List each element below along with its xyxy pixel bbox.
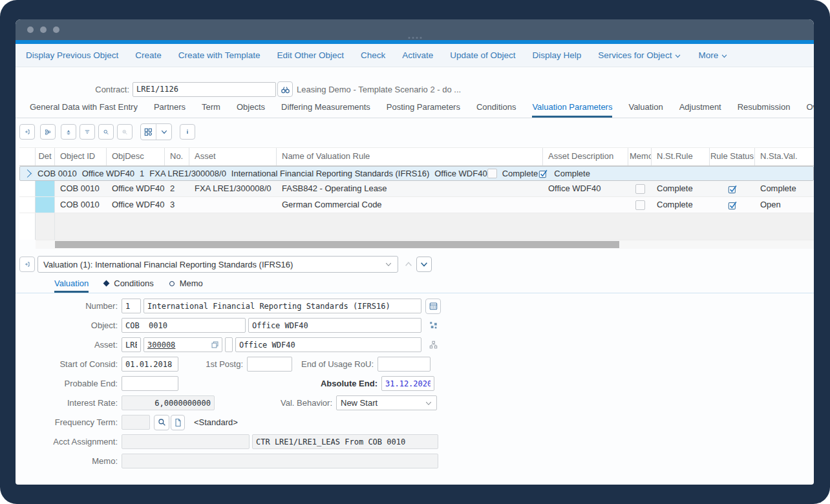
cell-nsta-val[interactable]: Complete	[755, 181, 814, 196]
cell-nst-rule[interactable]: Complete	[497, 166, 538, 181]
horizontal-scrollbar[interactable]	[36, 240, 814, 249]
col-objdesc[interactable]: ObjDesc	[107, 148, 165, 165]
tab-posting-parameters[interactable]: Posting Parameters	[387, 102, 460, 118]
menu-display-help[interactable]: Display Help	[533, 50, 582, 60]
number-input[interactable]	[122, 299, 141, 313]
menu-edit-other-object[interactable]: Edit Other Object	[277, 50, 344, 60]
cell-asset[interactable]: FXA LRE1/300008/0	[189, 181, 277, 196]
val-behavior-select[interactable]: New Start	[336, 395, 437, 410]
asset-number-link[interactable]: 300008	[147, 341, 211, 350]
tab-valuation[interactable]: Valuation	[628, 102, 663, 118]
interest-rate-input[interactable]	[122, 395, 215, 410]
sort-button[interactable]	[61, 124, 76, 140]
menu-check[interactable]: Check	[361, 50, 385, 60]
row-marker-cell[interactable]	[19, 181, 36, 196]
cell-object-id[interactable]: COB 0010	[32, 166, 77, 181]
memo-checkbox[interactable]	[635, 184, 645, 194]
cell-object-id[interactable]: COB 0010	[55, 197, 107, 213]
absolute-end-input[interactable]	[381, 376, 434, 391]
hierarchy-view-button[interactable]	[40, 124, 56, 140]
col-no[interactable]: No.	[165, 148, 189, 165]
tab-term[interactable]: Term	[202, 102, 220, 118]
subtab-valuation[interactable]: Valuation	[54, 278, 89, 293]
cell-nsta-val[interactable]: Open	[755, 197, 814, 213]
memo-checkbox[interactable]	[487, 169, 497, 178]
subtab-conditions[interactable]: Conditions	[104, 278, 153, 293]
cell-rule-name[interactable]: German Commercial Code	[277, 197, 543, 213]
contract-input[interactable]	[133, 82, 276, 97]
cell-objdesc[interactable]: Office WDF40	[107, 197, 165, 213]
col-asset-description[interactable]: Asset Description	[543, 148, 628, 165]
row-marker-cell[interactable]	[19, 197, 36, 213]
asset-prefix-input[interactable]	[122, 337, 141, 352]
search-button[interactable]	[98, 124, 114, 140]
col-asset[interactable]: Asset	[189, 148, 277, 165]
tab-objects[interactable]: Objects	[237, 102, 265, 118]
object-description-input[interactable]	[248, 318, 421, 333]
cell-asset-description[interactable]	[543, 197, 628, 213]
asset-description-input[interactable]	[235, 337, 421, 352]
window-dot-icon[interactable]	[53, 26, 59, 33]
col-object-id[interactable]: Object ID	[55, 148, 107, 165]
previous-valuation-button[interactable]	[402, 260, 415, 269]
cell-no[interactable]: 3	[165, 197, 189, 213]
scrollbar-thumb[interactable]	[55, 241, 619, 248]
tab-partners[interactable]: Partners	[154, 102, 186, 118]
frequency-copy-button[interactable]	[171, 415, 185, 430]
cell-asset[interactable]	[189, 197, 277, 213]
cell-no[interactable]: 2	[165, 181, 189, 196]
cell-asset-description[interactable]: Office WDF40	[543, 181, 628, 196]
cell-nsta-val[interactable]: Complete	[549, 166, 590, 181]
col-det[interactable]: Det	[36, 148, 55, 165]
object-input[interactable]	[122, 318, 246, 333]
col-nst-rule[interactable]: N.St.Rule	[652, 148, 710, 165]
search-next-button[interactable]	[117, 124, 133, 140]
memo-input[interactable]	[122, 454, 438, 468]
cell-nst-rule[interactable]: Complete	[652, 181, 710, 196]
calendar-button[interactable]	[425, 299, 441, 314]
probable-end-input[interactable]	[122, 376, 178, 391]
cell-asset-description[interactable]: Office WDF40	[429, 166, 487, 181]
cell-asset[interactable]: FXA LRE1/300008/0	[144, 166, 226, 181]
tab-valuation-parameters[interactable]: Valuation Parameters	[532, 102, 612, 118]
tab-conditions[interactable]: Conditions	[476, 102, 516, 118]
cell-rule-name[interactable]: International Financial Reporting Standa…	[226, 166, 429, 181]
checked-checkbox-icon[interactable]	[727, 200, 738, 211]
frequency-term-input[interactable]	[122, 415, 150, 430]
table-row[interactable]: COB 0010 Office WDF40 3 German Commercia…	[19, 197, 814, 213]
acct-assignment-derived-input[interactable]	[252, 434, 438, 449]
col-nsta-val[interactable]: N.Sta.Val.	[755, 148, 814, 165]
next-valuation-button[interactable]	[416, 257, 432, 272]
first-postg-input[interactable]	[247, 357, 292, 372]
tab-general-data[interactable]: General Data with Fast Entry	[30, 102, 138, 118]
cell-nst-rule[interactable]: Complete	[652, 197, 710, 213]
cell-objdesc[interactable]: Office WDF40	[77, 166, 134, 181]
table-row[interactable]: COB 0010 Office WDF40 2 FXA LRE1/300008/…	[19, 181, 814, 197]
subtab-memo[interactable]: Memo	[169, 278, 203, 293]
menu-create-with-template[interactable]: Create with Template	[178, 50, 261, 60]
col-rule-status[interactable]: Rule Status	[710, 148, 755, 165]
info-button[interactable]	[180, 124, 195, 140]
end-of-usage-input[interactable]	[378, 357, 431, 372]
menu-display-previous-object[interactable]: Display Previous Object	[26, 50, 118, 60]
table-settings-button[interactable]	[141, 124, 156, 140]
tab-overview[interactable]: Overview	[806, 102, 814, 118]
rule-name-input[interactable]	[144, 299, 421, 313]
menu-more[interactable]: More	[698, 50, 728, 60]
start-of-consid-input[interactable]	[122, 357, 178, 372]
collapse-panel-button[interactable]	[19, 257, 35, 272]
window-dot-icon[interactable]	[27, 26, 34, 33]
memo-checkbox[interactable]	[635, 200, 645, 210]
cell-objdesc[interactable]: Office WDF40	[107, 181, 165, 196]
detail-expand-button[interactable]	[36, 181, 55, 196]
tab-differing-measurements[interactable]: Differing Measurements	[281, 102, 370, 118]
search-binoculars-button[interactable]	[277, 81, 293, 97]
cell-no[interactable]: 1	[134, 166, 144, 181]
checked-checkbox-icon[interactable]	[538, 168, 549, 179]
window-dot-icon[interactable]	[40, 26, 47, 33]
menu-update-of-object[interactable]: Update of Object	[450, 50, 515, 60]
menu-services-for-object[interactable]: Services for Object	[598, 50, 681, 60]
cell-object-id[interactable]: COB 0010	[55, 181, 107, 196]
table-row[interactable]: COB 0010 Office WDF40 1 FXA LRE1/300008/…	[19, 166, 814, 181]
collapse-section-button[interactable]	[19, 124, 35, 140]
